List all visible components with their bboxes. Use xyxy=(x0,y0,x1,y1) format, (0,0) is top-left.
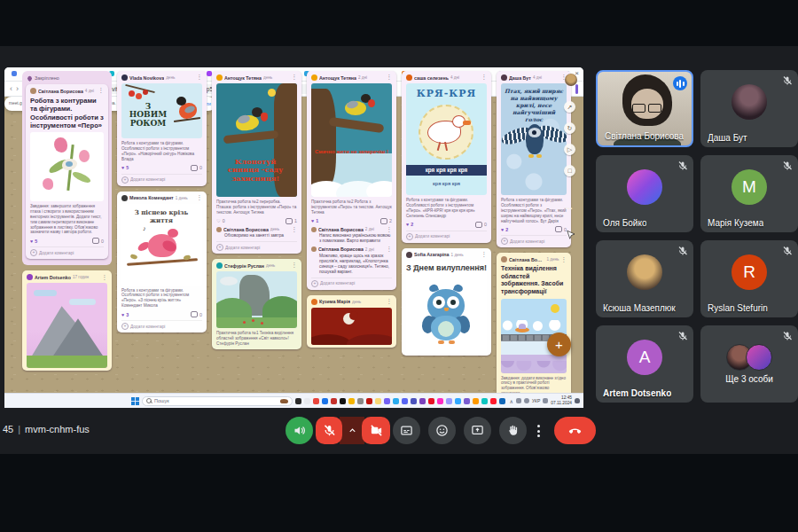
comment-count[interactable]: 0 xyxy=(475,222,487,228)
raise-hand-button[interactable] xyxy=(499,417,527,444)
screen-share-presentation[interactable]: – □ × ‹ › ↻ 25% https://padlet.com/svitl… xyxy=(4,67,583,408)
more-options-icon[interactable]: … xyxy=(565,202,573,211)
more-options-button[interactable] xyxy=(532,420,544,442)
padlet-card[interactable]: Artem Dotsenko 17 годин ⋮ xyxy=(22,270,112,371)
like-button[interactable]: ♥1 xyxy=(311,218,318,223)
card-menu-icon[interactable]: ⋮ xyxy=(197,195,203,201)
like-button[interactable]: ♥5 xyxy=(121,165,129,170)
forward-icon[interactable]: › xyxy=(16,85,19,93)
taskbar-app[interactable] xyxy=(437,398,443,404)
participant-tile-others[interactable]: Ще 3 особи xyxy=(700,325,798,403)
system-tray[interactable]: ∧ УКР 12:45 07.11.2024 xyxy=(510,395,581,405)
taskbar-app[interactable] xyxy=(419,398,426,404)
taskbar-app[interactable] xyxy=(375,398,381,404)
reactions-button[interactable] xyxy=(428,417,456,444)
taskbar-app[interactable] xyxy=(295,398,301,404)
taskbar-app[interactable] xyxy=(446,398,452,404)
back-icon[interactable]: ‹ xyxy=(10,85,12,93)
padlet-card[interactable]: Vlada Novikova день ⋮ З НОВИМ РОКОМ xyxy=(117,97,207,186)
participant-tile-olya[interactable]: Оля Бойко xyxy=(596,155,693,232)
padlet-card[interactable]: Світлана Борисова 4 дні ⋮ Робота з конту… xyxy=(26,97,108,259)
comment-count[interactable]: 1 xyxy=(286,218,297,224)
remake-icon[interactable]: ↻ xyxy=(564,122,575,134)
padlet-card[interactable]: Антощук Тетяна 2 дні ⋮ Смачно жити не за… xyxy=(307,97,396,290)
padlet-card[interactable]: Даша Бут 4 дні ⋮ Птах, який ширяє на най… xyxy=(497,97,571,247)
camera-toggle-button[interactable] xyxy=(362,417,390,444)
notification-bell-icon[interactable] xyxy=(575,398,580,403)
comment-count[interactable]: 2 xyxy=(380,218,392,224)
padlet-card[interactable]: Світлана Борисова 1 день ⋮ Техніка виділ… xyxy=(497,253,571,394)
taskbar-app[interactable] xyxy=(464,398,470,404)
participant-tile-svitlana[interactable]: Світлана Борисова xyxy=(596,70,693,147)
comment-count[interactable]: 0 xyxy=(191,311,202,317)
participant-tile-ryslan[interactable]: R Ryslan Stefurin xyxy=(700,240,798,317)
padlet-card[interactable]: Антощук Тетяна день ⋮ Клопотуй синиця -с… xyxy=(212,97,301,254)
taskbar-app[interactable] xyxy=(322,398,328,404)
card-menu-icon[interactable]: ⋮ xyxy=(481,252,488,258)
card-menu-icon[interactable]: ⋮ xyxy=(561,257,567,263)
settings-icon[interactable]: □ xyxy=(564,165,575,176)
taskbar-app[interactable] xyxy=(473,398,479,404)
present-button[interactable] xyxy=(464,417,491,444)
padlet-card[interactable]: Стефурін Руслан день ⋮ Практи xyxy=(212,259,301,349)
sidebar-flag-icon[interactable] xyxy=(575,84,578,94)
browser-tab[interactable] xyxy=(12,71,17,76)
taskbar-app[interactable] xyxy=(313,398,319,404)
slideshow-icon[interactable]: ▷ xyxy=(564,144,575,155)
taskbar-app[interactable] xyxy=(402,398,408,404)
taskbar-app[interactable] xyxy=(331,398,337,404)
tray-icon[interactable] xyxy=(516,398,521,403)
comment-menu-icon[interactable]: ⋮ xyxy=(387,227,393,233)
participant-tile-dasha[interactable]: Даша Бут xyxy=(700,70,798,147)
taskbar-app[interactable] xyxy=(490,398,497,404)
taskbar-app[interactable] xyxy=(455,398,461,404)
participant-tile-artem[interactable]: A Artem Dotsenko xyxy=(596,325,693,403)
taskbar-app[interactable] xyxy=(499,398,505,404)
taskbar-app[interactable] xyxy=(340,398,346,404)
taskbar-app[interactable] xyxy=(481,398,488,404)
padlet-card[interactable]: Кузема Марія день ⋮ xyxy=(307,295,396,348)
taskbar-app[interactable] xyxy=(384,398,390,404)
padlet-card[interactable]: Sofia Azarapina 1 день ⋮ З Днем вилуплен… xyxy=(402,248,491,356)
like-button[interactable]: ♥2 xyxy=(501,227,508,232)
end-call-button[interactable] xyxy=(554,417,596,444)
comment-count[interactable]: 0 xyxy=(92,238,104,244)
add-comment-button[interactable]: + Додати коментарі xyxy=(121,320,202,330)
like-button[interactable]: ♥2 xyxy=(406,222,413,227)
add-post-button[interactable]: + xyxy=(547,332,571,356)
taskbar-app[interactable] xyxy=(366,398,372,404)
add-comment-button[interactable]: + Додати коментарі xyxy=(311,278,392,287)
like-button[interactable]: ♡0 xyxy=(216,218,225,223)
mic-toggle-button[interactable] xyxy=(316,417,342,444)
card-menu-icon[interactable]: ⋮ xyxy=(292,262,298,269)
add-comment-button[interactable]: + Додати коментарі xyxy=(501,235,567,245)
like-button[interactable]: ♥5 xyxy=(30,239,37,244)
taskbar-app[interactable] xyxy=(348,398,355,404)
add-comment-button[interactable]: + Додати коментарі xyxy=(121,174,202,184)
start-button[interactable] xyxy=(131,397,139,405)
taskbar-clock[interactable]: 12:45 07.11.2024 xyxy=(551,395,572,405)
padlet-card[interactable]: Микола Комендант 1 день ⋮ З піснею крізь… xyxy=(117,192,207,333)
participant-tile-maria[interactable]: M Марія Кузема xyxy=(700,155,798,232)
comment-menu-icon[interactable]: ⋮ xyxy=(292,227,298,233)
add-comment-button[interactable]: + Додати коментарі xyxy=(406,231,487,240)
taskbar-app[interactable] xyxy=(428,398,434,404)
taskbar-app[interactable] xyxy=(304,398,310,404)
taskbar-app[interactable] xyxy=(411,398,417,404)
share-icon[interactable]: ↗ xyxy=(564,101,575,113)
tray-icon[interactable] xyxy=(524,398,529,403)
tray-chevron-icon[interactable]: ∧ xyxy=(510,398,513,404)
mic-options-button[interactable] xyxy=(340,417,364,444)
padlet-card[interactable]: саша селезень 4 дні ⋮ КРЯ-КРЯ кря кря к xyxy=(402,97,491,243)
taskbar-search[interactable]: Пошук xyxy=(142,396,293,406)
comment-count[interactable]: 0 xyxy=(555,226,567,232)
taskbar-app[interactable] xyxy=(393,398,399,404)
captions-button[interactable] xyxy=(393,417,420,444)
add-comment-button[interactable]: + Додати коментарі xyxy=(216,241,297,251)
card-menu-icon[interactable]: ⋮ xyxy=(102,275,108,281)
add-comment-button[interactable]: + Додати коментарі xyxy=(30,246,104,256)
speaker-tray-icon[interactable] xyxy=(543,398,548,403)
speaker-button[interactable] xyxy=(286,417,313,444)
participant-tile-ksyusha[interactable]: Ксюша Мазеплюк xyxy=(596,240,693,317)
language-indicator[interactable]: УКР xyxy=(532,398,540,403)
